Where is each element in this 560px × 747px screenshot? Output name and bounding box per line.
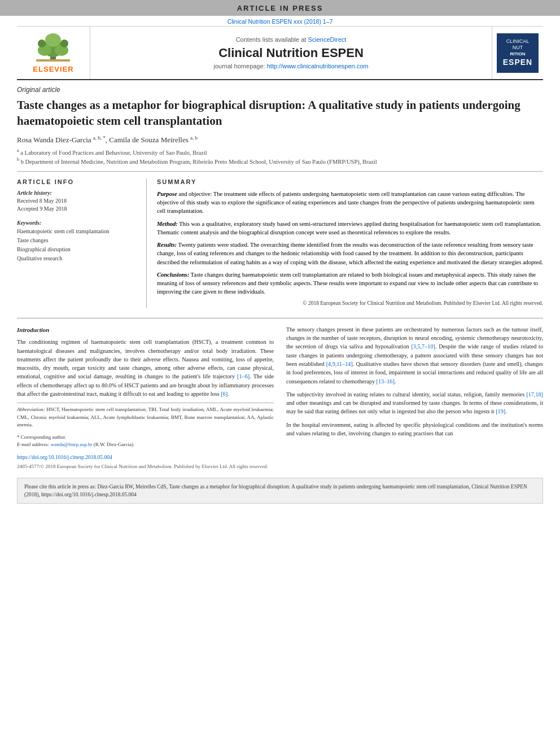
svg-point-6: [60, 40, 68, 47]
ref-4-9-11-14[interactable]: [4,9,11–14]: [326, 361, 353, 367]
article-info-header: ARTICLE INFO: [17, 178, 137, 185]
journal-homepage: journal homepage: http://www.clinicalnut…: [214, 63, 369, 69]
banner-text: ARTICLE IN PRESS: [237, 4, 323, 12]
article-info-col: ARTICLE INFO Article history: Received 8…: [17, 178, 147, 308]
body-col-left: Introduction The conditioning regimen of…: [17, 325, 274, 471]
elsevier-tree-icon: [33, 32, 73, 63]
right-para-2: The subjectivity involved in eating rela…: [286, 390, 543, 416]
homepage-prefix: journal homepage:: [214, 63, 265, 69]
elsevier-brand: ELSEVIER: [33, 65, 73, 73]
citation-line: Clinical Nutrition ESPEN xxx (2018) 1–7: [0, 16, 560, 26]
svg-rect-7: [36, 59, 70, 62]
summary-header: SUMMARY: [157, 178, 543, 185]
sciencedirect-prefix: Contents lists available at: [236, 36, 307, 43]
journal-header-right: CLINICALNUT RITION ESPEN: [492, 27, 543, 79]
email-link[interactable]: wanda@fmrp.usp.br: [51, 442, 93, 447]
purpose-text: and objective: The treatment side effect…: [157, 191, 535, 214]
sciencedirect-link-text: ScienceDirect: [308, 36, 346, 43]
journal-title: Clinical Nutrition ESPEN: [218, 46, 364, 60]
ref-13-16[interactable]: [13–16]: [377, 378, 395, 385]
ref-6[interactable]: [6]: [221, 391, 228, 397]
conclusions-text: Taste changes during haematopoietic stem…: [157, 272, 538, 295]
affiliation-b: b b Department of Internal Medicine, Nut…: [17, 157, 543, 165]
body-divider: [17, 318, 543, 318]
summary-col: SUMMARY Purpose and objective: The treat…: [147, 178, 543, 308]
article-in-press-banner: ARTICLE IN PRESS: [0, 0, 560, 16]
summary-results: Results: Twenty patients were studied. T…: [157, 241, 543, 267]
bottom-citation-bar: Please cite this article in press as: Di…: [17, 478, 543, 504]
summary-method: Method: This was a qualitative, explorat…: [157, 220, 543, 237]
page-wrapper: ARTICLE IN PRESS Clinical Nutrition ESPE…: [0, 0, 560, 747]
purpose-label: Purpose: [157, 191, 177, 197]
logo-espen: ESPEN: [503, 57, 532, 67]
keyword-2: Taste changes: [17, 236, 137, 245]
content-area: Original article Taste changes as a meta…: [0, 80, 560, 313]
homepage-url-text: http://www.clinicalnutritionespen.com: [267, 63, 369, 69]
authors-line: Rosa Wanda Diez-Garcia a, b, *, Camila d…: [17, 135, 543, 145]
elsevier-logo: ELSEVIER: [33, 32, 73, 73]
ref-19[interactable]: [19]: [496, 408, 505, 414]
keyword-3: Biographical disruption: [17, 245, 137, 254]
info-summary-columns: ARTICLE INFO Article history: Received 8…: [17, 178, 543, 308]
right-para-1: The sensory changes present in these pat…: [286, 325, 543, 386]
article-type: Original article: [17, 86, 543, 94]
affiliation-a: a a Laboratory of Food Practices and Beh…: [17, 148, 543, 156]
conclusions-label: Conclusions:: [157, 272, 189, 278]
copyright-line: © 2018 European Society for Clinical Nut…: [157, 300, 543, 307]
abbreviation-note: Abbreviation: HSCT, Haematopoietic stem …: [17, 406, 274, 429]
right-para-3: In the hospital environment, eating is a…: [286, 421, 543, 438]
results-label: Results:: [157, 242, 177, 248]
ref-3-5-7-10[interactable]: [3,5,7–10]: [411, 343, 435, 350]
bottom-citation-text: Please cite this article in press as: Di…: [24, 484, 527, 497]
summary-purpose: Purpose and objective: The treatment sid…: [157, 190, 543, 216]
keywords-label: Keywords:: [17, 220, 137, 226]
keywords-list: Haematopoietic stem cell transplantation…: [17, 227, 137, 263]
method-label: Method:: [157, 221, 178, 227]
corresponding-author-note: * Corresponding author. E-mail address: …: [17, 434, 274, 449]
citation-text: Clinical Nutrition ESPEN xxx (2018) 1–7: [228, 18, 333, 25]
svg-point-5: [38, 40, 46, 47]
keyword-4: Qualitative research: [17, 254, 137, 263]
issn-line: 2405-4577/© 2018 European Society for Cl…: [17, 463, 274, 471]
history-label: Article history:: [17, 190, 137, 196]
results-text: Twenty patients were studied. The overar…: [157, 242, 543, 265]
doi-link[interactable]: https://doi.org/10.1016/j.clnesp.2018.05…: [17, 455, 112, 460]
sciencedirect-link: Contents lists available at ScienceDirec…: [236, 36, 347, 43]
article-title: Taste changes as a metaphor for biograph…: [17, 97, 543, 129]
accepted-date: Accepted 9 May 2018: [17, 205, 137, 213]
divider-1: [17, 171, 543, 172]
doi-line: https://doi.org/10.1016/j.clnesp.2018.05…: [17, 453, 274, 461]
doi-text: https://doi.org/10.1016/j.clnesp.2018.05…: [17, 455, 112, 460]
keyword-1: Haematopoietic stem cell transplantation: [17, 227, 137, 236]
intro-para-1: The conditioning regimen of haematopoiet…: [17, 338, 274, 398]
body-col-right: The sensory changes present in these pat…: [286, 325, 543, 471]
body-columns: Introduction The conditioning regimen of…: [0, 325, 560, 471]
ref-1-6[interactable]: [1–6]: [237, 373, 250, 379]
svg-point-4: [45, 33, 61, 47]
logo-rition: RITION: [510, 51, 525, 57]
journal-logo-box: CLINICALNUT RITION ESPEN: [497, 33, 539, 73]
journal-header-left: ELSEVIER: [17, 27, 90, 79]
logo-clinical: CLINICALNUT: [506, 38, 530, 51]
summary-conclusions: Conclusions: Taste changes during haemat…: [157, 270, 543, 296]
footnote-area: Abbreviation: HSCT, Haematopoietic stem …: [17, 403, 274, 449]
received-date: Received 8 May 2018: [17, 197, 137, 205]
ref-17-18[interactable]: [17,18]: [526, 391, 543, 397]
method-text: This was a qualitative, exploratory stud…: [157, 221, 541, 235]
sciencedirect-anchor[interactable]: ScienceDirect: [308, 36, 346, 43]
intro-heading: Introduction: [17, 325, 274, 335]
journal-header: ELSEVIER Contents lists available at Sci…: [17, 26, 543, 80]
homepage-url[interactable]: http://www.clinicalnutritionespen.com: [267, 63, 369, 69]
journal-header-center: Contents lists available at ScienceDirec…: [90, 27, 492, 79]
